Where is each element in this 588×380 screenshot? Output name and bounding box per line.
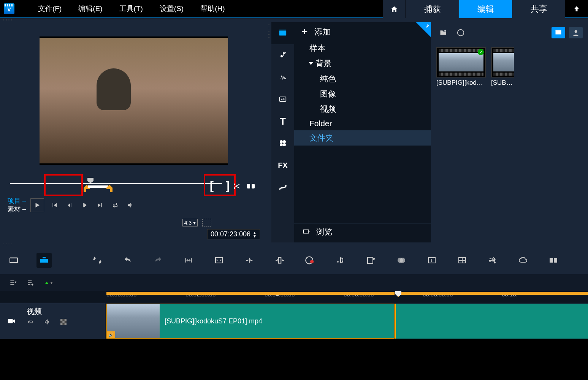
tree-folder-zh[interactable]: 文件夹 — [294, 130, 431, 146]
library-item[interactable]: [SUBPI... — [491, 47, 514, 87]
track-header-video: 视频 — [0, 303, 105, 339]
sidetab-transition[interactable] — [271, 66, 294, 88]
playhead[interactable] — [395, 291, 401, 297]
sidetab-audio[interactable] — [271, 44, 294, 66]
track-lock-button[interactable] — [60, 319, 67, 325]
tree-solid[interactable]: 纯色 — [294, 71, 431, 86]
trim-range-icon[interactable] — [84, 185, 113, 190]
tree-background[interactable]: 背景 — [294, 56, 431, 71]
chapter-button[interactable] — [363, 253, 379, 268]
add-track-button[interactable] — [25, 277, 36, 288]
go-start-button[interactable] — [49, 200, 59, 210]
play-button[interactable] — [30, 198, 44, 212]
preview-mode-labels: 项目 素材 — [8, 197, 26, 214]
sidetab-title[interactable]: AB — [271, 88, 294, 110]
svg-point-12 — [458, 30, 464, 36]
thumb-toolbar — [436, 26, 583, 40]
view-list-button[interactable] — [569, 27, 583, 38]
cut-button[interactable] — [231, 181, 242, 192]
capture-button[interactable] — [454, 27, 468, 38]
menu-file[interactable]: 文件(F) — [30, 4, 70, 14]
subtitle-button[interactable] — [394, 253, 409, 268]
next-frame-icon — [81, 202, 88, 209]
tree-video[interactable]: 视频 — [294, 101, 431, 117]
3d-button[interactable] — [515, 253, 531, 268]
import-button[interactable] — [436, 27, 450, 38]
mode-clip[interactable]: 素材 — [8, 205, 26, 214]
track-manager-button[interactable] — [8, 277, 18, 288]
timecode-spinner[interactable]: ▲▼ — [253, 231, 257, 238]
track-clips[interactable]: 🔊 [SUBPIG][kodokuS7 EP01].mp4 — [105, 303, 588, 339]
aspect-ratio-button[interactable]: 4:3 ▾ — [182, 219, 198, 226]
timeline-icon — [38, 256, 50, 265]
svg-rect-39 — [60, 323, 62, 325]
fit-screen-button[interactable] — [211, 253, 227, 268]
selection-box-button[interactable] — [202, 219, 211, 226]
volume-button[interactable] — [125, 200, 135, 210]
sidetab-text[interactable]: T — [271, 110, 294, 132]
panel-grip-timeline[interactable]: :::::: — [0, 242, 588, 246]
storyboard-view-button[interactable] — [6, 253, 21, 268]
browse-button[interactable]: 浏览 — [294, 223, 431, 240]
mark-in-button[interactable]: [ — [210, 179, 214, 192]
sidetab-fx[interactable]: FX — [271, 154, 294, 176]
timeline-ruler[interactable]: 00:00:00:00 00:02:00:00 00:04:00:00 00:0… — [0, 291, 588, 303]
scrub-track[interactable] — [10, 183, 222, 184]
home-button[interactable] — [383, 0, 406, 18]
timeline-clip[interactable]: 🔊 [SUBPIG][kodokuS7 EP01].mp4 — [106, 304, 395, 339]
sidetab-path[interactable] — [271, 176, 294, 198]
timeline-view-button[interactable] — [36, 253, 52, 268]
sidetab-media[interactable] — [271, 22, 294, 44]
track-link-button[interactable] — [27, 319, 34, 325]
upload-button[interactable] — [565, 0, 588, 18]
tool-settings-button[interactable] — [90, 253, 105, 268]
menu-help[interactable]: 帮助(H) — [192, 4, 233, 14]
timeline-clip-segment[interactable] — [395, 304, 588, 339]
track-mute-button[interactable] — [43, 319, 51, 325]
track-menu-button[interactable]: ▾ — [43, 277, 53, 288]
panel-grip-top[interactable]: :::::: — [0, 18, 588, 22]
audio-icon — [278, 51, 287, 60]
fit-project-button[interactable] — [181, 253, 196, 268]
grid-button[interactable] — [455, 253, 470, 268]
ruler-selection-right — [401, 292, 588, 295]
menu-edit[interactable]: 编辑(E) — [70, 4, 111, 14]
text-track-button[interactable]: T — [424, 253, 439, 268]
panel-grip-vertical[interactable]: : : : : : — [268, 22, 271, 242]
preview-video[interactable] — [40, 36, 228, 165]
prev-frame-button[interactable] — [65, 200, 74, 210]
timecode-field[interactable]: 00:07:23:006 ▲▼ — [207, 229, 260, 239]
tree-folder-en[interactable]: Folder — [294, 117, 431, 130]
pin-button[interactable] — [416, 22, 431, 37]
menu-tools[interactable]: 工具(T) — [111, 4, 151, 14]
tab-capture[interactable]: 捕获 — [406, 0, 459, 18]
track-type-button[interactable] — [0, 303, 23, 339]
scrub-head-icon[interactable] — [87, 178, 94, 183]
audio-mixer-button[interactable] — [333, 253, 348, 268]
tree-image[interactable]: 图像 — [294, 86, 431, 101]
add-folder-button[interactable]: +添加 — [294, 23, 431, 41]
zoom-button[interactable] — [242, 253, 257, 268]
sidetab-graphic[interactable] — [271, 132, 294, 154]
motion-button[interactable] — [485, 253, 500, 268]
mode-project[interactable]: 项目 — [8, 197, 26, 205]
loop-button[interactable] — [110, 200, 120, 210]
tab-edit[interactable]: 编辑 — [459, 0, 512, 18]
menu-settings[interactable]: 设置(S) — [151, 4, 192, 14]
text-icon: T — [280, 116, 286, 127]
plus-icon: + — [302, 26, 307, 38]
view-thumb-button[interactable] — [552, 27, 565, 38]
split-clip-button[interactable] — [246, 181, 256, 192]
next-frame-button[interactable] — [80, 200, 90, 210]
ripple-button[interactable] — [272, 253, 287, 268]
undo-button[interactable] — [120, 253, 135, 268]
tab-share[interactable]: 共享 — [512, 0, 565, 18]
svg-rect-38 — [62, 321, 64, 323]
go-end-button[interactable] — [95, 200, 105, 210]
redo-button[interactable] — [151, 253, 166, 268]
multicam-button[interactable] — [546, 253, 561, 268]
mark-out-button[interactable]: ] — [226, 179, 230, 192]
library-item[interactable]: ✓ [SUBPIG][kodok... — [436, 47, 486, 87]
tree-sample[interactable]: 样本 — [294, 41, 431, 56]
record-button[interactable] — [303, 253, 318, 268]
